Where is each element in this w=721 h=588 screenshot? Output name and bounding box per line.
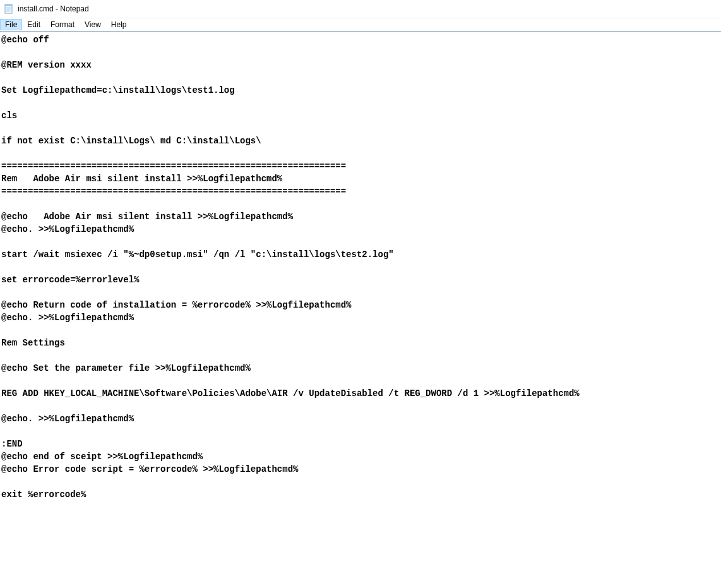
menu-help[interactable]: Help: [106, 19, 132, 30]
window-title: install.cmd - Notepad: [18, 4, 89, 13]
svg-rect-1: [5, 4, 12, 6]
menu-file[interactable]: File: [0, 19, 22, 30]
menu-edit[interactable]: Edit: [22, 19, 45, 30]
menu-bar: File Edit Format View Help: [0, 18, 721, 32]
text-editor-content[interactable]: @echo off @REM version xxxx Set Logfilep…: [1, 32, 721, 501]
menu-view[interactable]: View: [80, 19, 106, 30]
notepad-icon: [4, 4, 14, 14]
title-bar: install.cmd - Notepad: [0, 0, 721, 18]
menu-format[interactable]: Format: [45, 19, 80, 30]
